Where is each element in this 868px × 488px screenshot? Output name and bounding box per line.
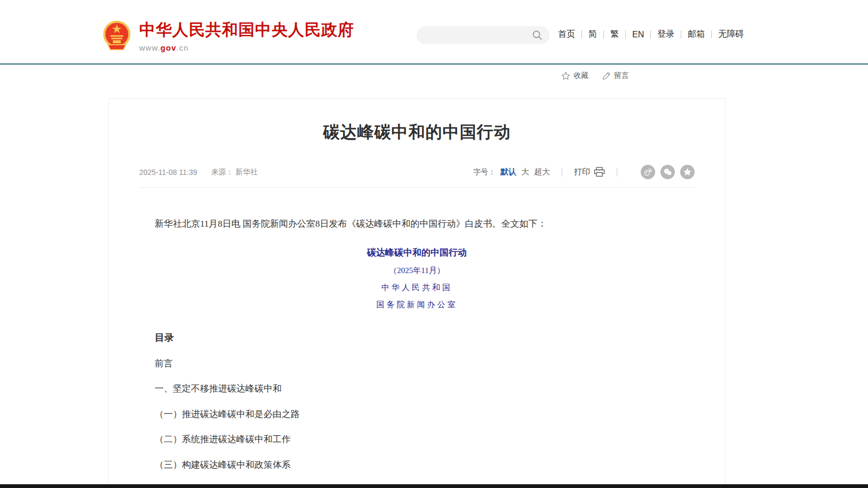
site-url-cn: .cn: [177, 43, 189, 52]
article-title: 碳达峰碳中和的中国行动: [139, 121, 695, 143]
site-url-www: www.: [139, 43, 161, 52]
pencil-icon: [602, 71, 611, 80]
document-title: 碳达峰碳中和的中国行动: [155, 246, 679, 259]
subheader: 收藏 留言: [0, 65, 868, 88]
wechat-icon: [663, 167, 673, 177]
toc-item-section1-3: （三）构建碳达峰碳中和政策体系: [155, 460, 679, 470]
article-body: 新华社北京11月8日电 国务院新闻办公室8日发布《碳达峰碳中和的中国行动》白皮书…: [139, 217, 695, 488]
nav-simplified[interactable]: 简: [588, 29, 597, 40]
nav-home[interactable]: 首页: [558, 29, 575, 40]
search-box: [417, 26, 550, 44]
source-value: 新华社: [235, 167, 258, 176]
document-org-line1: 中华人民共和国: [155, 283, 679, 293]
font-size-label: 字号：: [473, 167, 496, 177]
national-emblem-icon: [102, 20, 132, 52]
printer-icon: [594, 167, 605, 177]
nav-separator: [625, 30, 626, 38]
article-meta-row: 2025-11-08 11:39 来源： 新华社 字号： 默认 大 超大 打印: [139, 165, 695, 188]
nav-login[interactable]: 登录: [657, 29, 674, 40]
favorite-link[interactable]: 收藏: [561, 71, 588, 81]
nav-mail[interactable]: 邮箱: [688, 29, 705, 40]
nav-separator: [582, 30, 582, 38]
toc-item-preface: 前言: [155, 358, 679, 369]
share-wechat-button[interactable]: [660, 165, 675, 179]
site-url: www.gov.cn: [139, 43, 354, 52]
search-input[interactable]: [417, 26, 530, 44]
print-button[interactable]: 打印: [574, 167, 605, 177]
nav-separator: [650, 30, 651, 38]
article-meta-left: 2025-11-08 11:39 来源： 新华社: [139, 167, 258, 177]
font-size-default[interactable]: 默认: [500, 167, 516, 177]
nav-separator: [681, 30, 681, 38]
font-size-xlarge[interactable]: 超大: [534, 167, 550, 177]
search-button[interactable]: [530, 26, 550, 44]
search-icon: [532, 30, 543, 41]
article-datetime: 2025-11-08 11:39: [139, 168, 197, 177]
share-star-icon: [683, 167, 692, 177]
weibo-icon: [643, 167, 653, 177]
nav-separator: [603, 30, 604, 38]
bottom-edge-bar: [0, 484, 868, 488]
toc-item-section1-1: （一）推进碳达峰碳中和是必由之路: [155, 409, 679, 420]
nav-traditional[interactable]: 繁: [610, 29, 619, 40]
font-size-large[interactable]: 大: [521, 167, 529, 177]
share-weibo-button[interactable]: [641, 165, 655, 179]
toc-item-section1-2: （二）系统推进碳达峰碳中和工作: [155, 434, 679, 445]
quick-links: 收藏 留言: [561, 71, 629, 81]
nav-accessibility[interactable]: 无障碍: [718, 29, 744, 40]
meta-separator: [617, 168, 617, 177]
intro-paragraph: 新华社北京11月8日电 国务院新闻办公室8日发布《碳达峰碳中和的中国行动》白皮书…: [155, 217, 679, 231]
favorite-label: 收藏: [574, 71, 588, 81]
site-header: 中华人民共和国中央人民政府 www.gov.cn 首页 简 繁 EN 登录 邮箱…: [0, 0, 868, 63]
site-title: 中华人民共和国中央人民政府: [139, 19, 354, 41]
document-org-line2: 国务院新闻办公室: [155, 300, 679, 310]
message-label: 留言: [614, 71, 629, 81]
share-more-button[interactable]: [680, 165, 695, 179]
toc-heading: 目录: [155, 331, 679, 344]
nav-separator: [711, 30, 712, 38]
site-url-gov: gov: [161, 43, 177, 52]
meta-separator: [562, 168, 562, 177]
article-card: 碳达峰碳中和的中国行动 2025-11-08 11:39 来源： 新华社 字号：…: [108, 98, 726, 488]
toc-item-section1: 一、坚定不移推进碳达峰碳中和: [155, 383, 679, 394]
share-group: [641, 165, 695, 179]
document-date: （2025年11月）: [155, 266, 679, 276]
star-outline-icon: [561, 71, 570, 81]
logo-text: 中华人民共和国中央人民政府 www.gov.cn: [139, 19, 354, 52]
site-logo[interactable]: 中华人民共和国中央人民政府 www.gov.cn: [102, 19, 354, 52]
article-meta-right: 字号： 默认 大 超大 打印: [473, 165, 695, 179]
nav-english[interactable]: EN: [632, 30, 644, 39]
source-label: 来源：: [211, 167, 233, 176]
top-nav: 首页 简 繁 EN 登录 邮箱 无障碍: [558, 29, 744, 40]
print-label: 打印: [574, 167, 590, 177]
message-link[interactable]: 留言: [602, 71, 629, 81]
article-source: 来源： 新华社: [211, 167, 258, 177]
